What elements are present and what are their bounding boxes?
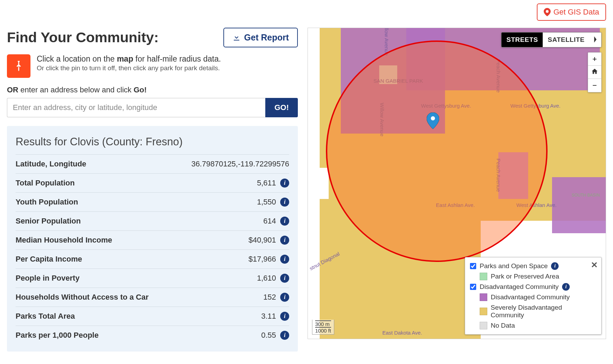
legend-label: Parks and Open Space [480,262,548,270]
info-icon[interactable]: i [280,331,289,340]
result-label: Latitude, Longitude [16,160,86,169]
home-icon [591,68,598,75]
zoom-out-button[interactable]: − [588,79,601,92]
page-title: Find Your Community: [7,29,159,46]
sidebar: Find Your Community: Get Report Click a … [7,28,298,352]
result-row: Latitude, Longitude36.79870125,-119.7229… [16,154,289,173]
swatch-sdac [480,308,487,315]
download-icon [232,34,241,42]
result-label: Per Capita Income [16,255,82,264]
result-label: Parks Total Area [16,312,75,321]
info-icon[interactable]: i [551,262,559,270]
map[interactable]: SAN GABRIEL PARK Willow Avenue llow Aven… [308,28,606,339]
info-icon[interactable]: i [280,274,289,283]
minus-icon: − [593,81,597,90]
map-label-dakota: East Dakota Ave. [382,330,422,336]
pin-instruction-2: Or click the pin to turn it off, then cl… [37,64,221,72]
parks-layer-checkbox[interactable] [470,263,476,269]
swatch-nodata [480,322,487,329]
streets-button[interactable]: STREETS [501,33,543,47]
basemap-toggle: STREETS SATELLITE [501,32,602,47]
result-value: $17,966 [248,255,276,264]
result-label: Total Population [16,179,75,188]
plus-icon: + [593,55,597,63]
go-button[interactable]: GO! [265,98,298,117]
info-icon[interactable]: i [280,198,289,207]
result-value: 0.55 [261,331,276,340]
info-icon[interactable]: i [280,293,289,302]
info-icon[interactable]: i [562,283,570,291]
result-value: 5,611 [257,179,276,188]
result-row: People in Poverty1,610i [16,269,289,288]
zoom-in-button[interactable]: + [588,53,601,66]
result-label: Parks per 1,000 People [16,331,99,340]
address-input[interactable] [7,98,265,117]
legend-label: Park or Preserved Area [491,273,559,280]
result-value: 1,610 [257,274,276,283]
legend-label: Disadvantaged Community [491,293,570,301]
result-value: $40,901 [248,236,276,245]
gis-label: Get GIS Data [553,8,599,17]
result-value: 614 [263,217,276,226]
satellite-button[interactable]: SATELLITE [543,33,589,47]
get-gis-data-button[interactable]: Get GIS Data [537,3,606,21]
result-label: Youth Population [16,198,78,207]
or-label: OR enter an address below and click Go! [7,85,298,94]
legend-label: No Data [491,322,515,329]
get-report-button[interactable]: Get Report [223,28,298,47]
info-icon[interactable]: i [280,179,289,188]
result-label: Senior Population [16,217,81,226]
result-value: 1,550 [257,198,276,207]
legend-label: Disadvantaged Community [480,283,559,291]
report-label: Get Report [244,33,289,43]
swatch-park [480,273,487,280]
radius-circle [326,40,548,262]
result-row: Households Without Access to a Car152i [16,288,289,307]
result-row: Senior Population614i [16,211,289,230]
result-row: Youth Population1,550i [16,192,289,211]
result-label: Households Without Access to a Car [16,293,149,302]
info-icon[interactable]: i [280,236,289,245]
result-value: 152 [263,293,276,302]
result-row: Parks Total Area3.11i [16,307,289,326]
result-value: 36.79870125,-119.72299576 [191,160,289,169]
basemap-more-button[interactable] [589,33,601,47]
swatch-dac [480,293,487,301]
legend-close-button[interactable]: ✕ [591,260,598,270]
chevron-right-icon [593,36,598,43]
legend-panel: ✕ Parks and Open Space i Park or Preserv… [465,257,602,335]
result-value: 3.11 [261,312,276,321]
result-label: Median Household Income [16,236,112,245]
legend-label: Severely Disadvantaged Community [491,304,596,319]
result-row: Per Capita Income$17,966i [16,249,289,269]
result-label: People in Poverty [16,274,80,283]
results-title: Results for Clovis (County: Fresno) [16,136,289,148]
pin-icon [544,8,551,16]
pin-toggle-button[interactable] [7,54,30,78]
result-row: Total Population5,611i [16,173,289,192]
info-icon[interactable]: i [280,312,289,321]
result-row: Parks per 1,000 People0.55i [16,326,289,345]
results-panel: Results for Clovis (County: Fresno) Lati… [7,126,298,352]
thumbtack-icon [12,60,25,72]
home-extent-button[interactable] [588,66,601,79]
pin-instruction-1: Click a location on the map for half-mil… [37,54,221,64]
info-icon[interactable]: i [280,255,289,264]
result-row: Median Household Income$40,901i [16,230,289,249]
scale-bar: 300 m 1000 ft [312,320,334,335]
info-icon[interactable]: i [280,217,289,226]
dac-layer-checkbox[interactable] [470,284,476,290]
